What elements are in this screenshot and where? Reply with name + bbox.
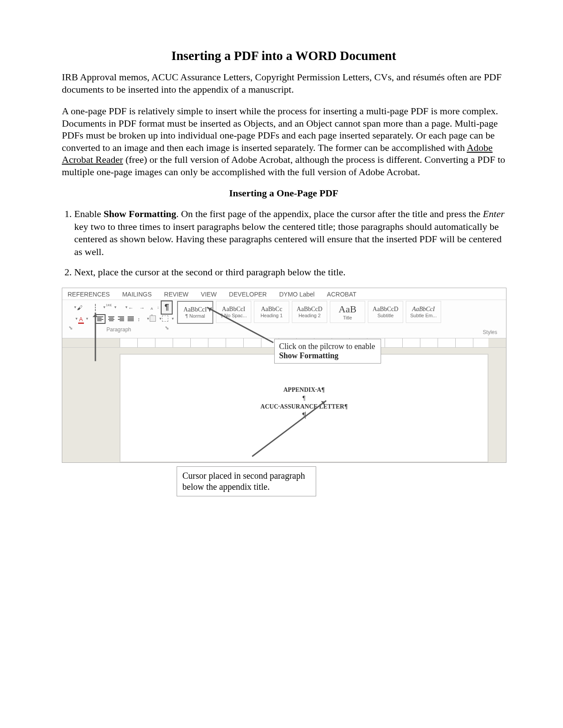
style-subtitle[interactable]: AaBbCcDSubtitle: [368, 301, 403, 323]
ribbon-body: ¶ ⬊ Paragraph ⬊: [62, 300, 506, 338]
style-name-label: Subtle Em...: [410, 313, 437, 318]
style-sample: AaBbCcD: [373, 306, 398, 313]
callout1-a: Click on the pilcrow to enable: [279, 342, 375, 351]
clipboard-dialog-launcher[interactable]: ⬊: [68, 325, 73, 333]
increase-indent-icon[interactable]: [140, 304, 147, 311]
styles-group-label: Styles: [483, 329, 497, 335]
borders-icon[interactable]: [162, 315, 171, 323]
tab-references[interactable]: REFERENCES: [68, 291, 110, 298]
tab-view[interactable]: VIEW: [201, 291, 217, 298]
callout-cursor-position: Cursor placed in second paragraph below …: [177, 466, 316, 496]
paragraph-dialog-launcher[interactable]: ⬊: [165, 325, 169, 333]
font-color-icon[interactable]: [78, 315, 85, 323]
tab-review[interactable]: REVIEW: [164, 291, 189, 298]
align-right-icon[interactable]: [118, 316, 124, 322]
more-options-2-icon[interactable]: [66, 315, 75, 323]
show-formatting-button[interactable]: ¶: [162, 301, 172, 314]
style-heading-2[interactable]: AaBbCcDHeading 2: [292, 301, 327, 323]
style-name-label: ¶ Normal: [185, 313, 205, 319]
tab-mailings[interactable]: MAILINGS: [122, 291, 152, 298]
step1-c: key two to three times to insert paragra…: [74, 221, 502, 257]
tab-developer[interactable]: DEVELOPER: [229, 291, 267, 298]
step1-italic: Enter: [483, 208, 505, 219]
style--normal[interactable]: AaBbCcI¶ Normal: [177, 301, 213, 324]
doc-line-1: APPENDIX·A¶: [120, 386, 488, 394]
document-page[interactable]: APPENDIX·A¶ ¶ ACUC·ASSURANCE·LETTER¶ ¶: [120, 354, 488, 462]
style--no-spac-[interactable]: AaBbCcI¶ No Spac...: [216, 301, 251, 323]
shading-icon[interactable]: [150, 315, 159, 323]
style-heading-1[interactable]: AaBbCcHeading 1: [254, 301, 289, 323]
word-ribbon-screenshot: REFERENCES MAILINGS REVIEW VIEW DEVELOPE…: [62, 288, 506, 463]
style-sample: AaBbCc: [261, 306, 282, 313]
style-title[interactable]: AaBTitle: [330, 301, 365, 323]
intro2-part-a: A one-page PDF is relatively simple to i…: [62, 105, 498, 153]
paragraph-group-label: Paragraph: [106, 326, 131, 333]
doc-line-3: ACUC·ASSURANCE·LETTER¶: [120, 403, 488, 411]
format-painter-icon[interactable]: [77, 304, 84, 311]
style-name-label: Subtitle: [378, 313, 394, 318]
style-sample: AaBbCcI: [222, 306, 246, 313]
step1-bold: Show Formatting: [104, 208, 176, 219]
more-options-icon[interactable]: [66, 304, 73, 311]
intro-paragraph-1: IRB Approval memos, ACUC Assurance Lette…: [62, 71, 506, 95]
line-spacing-icon[interactable]: [137, 315, 146, 323]
arrow-to-align-left-icon: [95, 312, 96, 361]
style-name-label: Heading 1: [261, 313, 283, 318]
doc-line-2: ¶: [120, 394, 488, 403]
paragraph-group: ¶ ⬊ Paragraph ⬊: [66, 302, 172, 333]
tab-acrobat[interactable]: ACROBAT: [327, 291, 356, 298]
tab-dymo-label[interactable]: DYMO Label: [279, 291, 314, 298]
bullets-icon[interactable]: [95, 304, 102, 311]
document-area: APPENDIX·A¶ ¶ ACUC·ASSURANCE·LETTER¶ ¶: [62, 348, 506, 462]
callout1-b: Show Formatting: [279, 351, 339, 360]
decrease-indent-icon[interactable]: [128, 304, 136, 311]
style-name-label: Heading 2: [299, 313, 321, 318]
step-1: Enable Show Formatting. On the first pag…: [74, 208, 506, 258]
style-sample: AaB: [339, 304, 356, 315]
style-sample: AaBbCcI: [184, 306, 207, 313]
sort-icon[interactable]: [151, 304, 158, 311]
intro-paragraph-2: A one-page PDF is relatively simple to i…: [62, 105, 506, 178]
intro2-part-b: (free) or the full version of Adobe Acro…: [62, 154, 505, 177]
align-center-icon[interactable]: [108, 316, 114, 322]
style-name-label: Title: [343, 315, 352, 320]
multilevel-icon[interactable]: [117, 304, 125, 311]
callout-pilcrow: Click on the pilcrow to enable Show Form…: [274, 339, 381, 364]
styles-group: AaBbCcI¶ NormalAaBbCcI¶ No Spac...AaBbCc…: [177, 301, 503, 324]
style-subtle-em-[interactable]: AaBbCcISubtle Em...: [406, 301, 441, 323]
step-2: Next, place the cursor at the second or …: [74, 266, 506, 279]
style-sample: AaBbCcI: [412, 306, 435, 313]
align-justify-icon[interactable]: [128, 316, 134, 322]
numbering-icon[interactable]: [106, 304, 113, 311]
steps-list: Enable Show Formatting. On the first pag…: [62, 208, 506, 279]
page-title: Inserting a PDF into a WORD Document: [62, 49, 506, 63]
style-sample: AaBbCcD: [297, 306, 322, 313]
section-subhead: Inserting a One-Page PDF: [62, 188, 506, 199]
step1-b: . On the first page of the appendix, pla…: [176, 208, 483, 219]
step1-a: Enable: [74, 208, 104, 219]
document-text: APPENDIX·A¶ ¶ ACUC·ASSURANCE·LETTER¶ ¶: [120, 386, 488, 420]
ribbon-tabs: REFERENCES MAILINGS REVIEW VIEW DEVELOPE…: [62, 288, 506, 300]
